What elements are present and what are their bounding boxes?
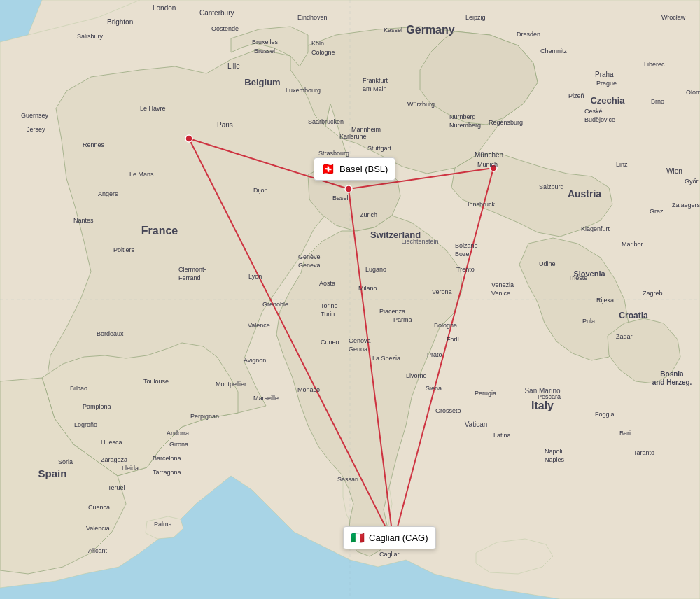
svg-text:Leipzig: Leipzig bbox=[465, 14, 486, 21]
svg-text:am Main: am Main bbox=[363, 85, 387, 92]
swiss-flag-icon: 🇨🇭 bbox=[321, 162, 335, 176]
svg-text:Palma: Palma bbox=[154, 521, 172, 528]
svg-text:Rennes: Rennes bbox=[83, 141, 105, 148]
svg-text:Croatia: Croatia bbox=[619, 311, 648, 320]
svg-text:Livorno: Livorno bbox=[406, 372, 427, 379]
svg-text:Napoli: Napoli bbox=[545, 448, 563, 455]
svg-text:Soria: Soria bbox=[58, 458, 73, 465]
svg-text:Budějovice: Budějovice bbox=[584, 116, 615, 123]
svg-point-8 bbox=[186, 135, 192, 142]
svg-text:Basel: Basel bbox=[332, 195, 349, 202]
svg-text:Mannheim: Mannheim bbox=[351, 126, 381, 133]
svg-text:Strasbourg: Strasbourg bbox=[318, 150, 349, 157]
svg-text:Angers: Angers bbox=[98, 190, 118, 197]
svg-text:Dijon: Dijon bbox=[253, 187, 268, 194]
svg-text:Oostende: Oostende bbox=[211, 25, 239, 32]
svg-text:Torino: Torino bbox=[321, 302, 338, 309]
svg-text:France: France bbox=[141, 225, 178, 237]
svg-text:Wien: Wien bbox=[666, 167, 682, 175]
svg-text:Karlsruhe: Karlsruhe bbox=[340, 133, 367, 140]
svg-text:Trento: Trento bbox=[456, 266, 475, 273]
svg-text:Valencia: Valencia bbox=[86, 525, 110, 532]
svg-text:Bordeaux: Bordeaux bbox=[97, 330, 124, 337]
cagliari-airport-name: Cagliari (CAG) bbox=[369, 533, 428, 543]
svg-text:Montpellier: Montpellier bbox=[216, 381, 246, 388]
svg-text:Toulouse: Toulouse bbox=[144, 378, 169, 385]
svg-text:Cuenca: Cuenca bbox=[88, 504, 110, 511]
svg-text:Prato: Prato bbox=[427, 351, 442, 358]
svg-text:Köln: Köln bbox=[312, 40, 324, 47]
svg-text:Perpignan: Perpignan bbox=[190, 413, 219, 420]
svg-text:Bruxelles: Bruxelles bbox=[252, 38, 279, 45]
svg-text:Poitiers: Poitiers bbox=[113, 246, 135, 253]
svg-text:Eindhoven: Eindhoven bbox=[298, 14, 328, 21]
svg-text:Canterbury: Canterbury bbox=[200, 9, 234, 17]
svg-text:Spain: Spain bbox=[38, 467, 67, 479]
svg-text:Bologna: Bologna bbox=[434, 322, 457, 329]
svg-text:Liberec: Liberec bbox=[644, 61, 665, 68]
svg-text:Genova: Genova bbox=[349, 337, 371, 344]
svg-text:Czechia: Czechia bbox=[590, 95, 625, 106]
svg-text:Zalaegerszeg: Zalaegerszeg bbox=[672, 202, 700, 209]
svg-text:Le Mans: Le Mans bbox=[130, 171, 154, 178]
svg-text:Germany: Germany bbox=[406, 24, 454, 36]
svg-text:Nantes: Nantes bbox=[74, 217, 94, 224]
svg-text:Innsbruck: Innsbruck bbox=[468, 201, 496, 208]
svg-text:Austria: Austria bbox=[568, 188, 601, 199]
svg-text:Linz: Linz bbox=[616, 161, 628, 168]
map-svg: Germany Belgium France Switzerland Austr… bbox=[0, 0, 700, 599]
svg-text:Logroño: Logroño bbox=[74, 421, 97, 428]
svg-text:Bilbao: Bilbao bbox=[70, 385, 88, 392]
svg-text:Alicant: Alicant bbox=[88, 547, 108, 554]
svg-text:Bolzano: Bolzano bbox=[455, 242, 478, 249]
italy-flag-icon: 🇮🇹 bbox=[351, 531, 365, 544]
svg-text:Naples: Naples bbox=[545, 456, 565, 463]
svg-text:Chemnitz: Chemnitz bbox=[540, 48, 568, 55]
basel-airport-label: 🇨🇭 Basel (BSL) bbox=[314, 157, 396, 181]
svg-text:Regensburg: Regensburg bbox=[489, 119, 523, 126]
svg-text:Guernsey: Guernsey bbox=[21, 112, 49, 119]
svg-text:Plzeň: Plzeň bbox=[568, 92, 584, 99]
svg-text:Zaragoza: Zaragoza bbox=[101, 456, 127, 463]
svg-text:Salisbury: Salisbury bbox=[77, 33, 104, 40]
svg-text:Tarragona: Tarragona bbox=[153, 469, 181, 476]
svg-text:Rijeka: Rijeka bbox=[596, 297, 614, 304]
svg-text:Pamplona: Pamplona bbox=[83, 403, 111, 410]
svg-text:Perugia: Perugia bbox=[475, 390, 496, 397]
svg-text:Pula: Pula bbox=[582, 318, 595, 325]
svg-text:Zürich: Zürich bbox=[360, 211, 377, 218]
svg-text:Turin: Turin bbox=[321, 311, 335, 318]
svg-text:Taranto: Taranto bbox=[634, 449, 654, 456]
svg-text:Lyon: Lyon bbox=[248, 273, 262, 280]
svg-text:Genoa: Genoa bbox=[349, 346, 368, 353]
svg-text:Ferrand: Ferrand bbox=[178, 274, 201, 281]
svg-text:Foggia: Foggia bbox=[595, 411, 615, 418]
svg-text:Parma: Parma bbox=[393, 316, 412, 323]
svg-text:Piacenza: Piacenza bbox=[379, 308, 405, 315]
svg-text:Italy: Italy bbox=[531, 400, 554, 411]
svg-text:Siena: Siena bbox=[426, 385, 442, 392]
svg-text:Avignon: Avignon bbox=[244, 357, 266, 364]
svg-text:Monaco: Monaco bbox=[298, 386, 320, 393]
svg-text:Cologne: Cologne bbox=[312, 49, 335, 56]
svg-text:Zagreb: Zagreb bbox=[643, 290, 663, 297]
svg-point-10 bbox=[345, 185, 352, 192]
svg-text:Cagliari: Cagliari bbox=[379, 551, 401, 558]
svg-text:Győr: Győr bbox=[685, 178, 699, 185]
svg-text:Bari: Bari bbox=[620, 430, 631, 437]
svg-text:Praha: Praha bbox=[595, 71, 614, 78]
svg-text:Huesca: Huesca bbox=[101, 439, 122, 446]
svg-text:Bosnia: Bosnia bbox=[660, 370, 684, 378]
svg-text:Grosseto: Grosseto bbox=[435, 407, 461, 414]
map-container: Germany Belgium France Switzerland Austr… bbox=[0, 0, 700, 599]
svg-text:Jersey: Jersey bbox=[27, 126, 46, 133]
svg-text:Kassel: Kassel bbox=[384, 27, 402, 34]
svg-text:Nürnberg: Nürnberg bbox=[449, 113, 476, 120]
svg-text:La Spezia: La Spezia bbox=[372, 355, 400, 362]
svg-text:Saarbrücken: Saarbrücken bbox=[308, 118, 344, 125]
svg-text:Brno: Brno bbox=[651, 98, 664, 105]
svg-text:Wrocław: Wrocław bbox=[662, 14, 686, 21]
svg-text:Maribor: Maribor bbox=[622, 241, 643, 248]
svg-text:and Herzeg.: and Herzeg. bbox=[652, 379, 692, 386]
svg-text:Salzburg: Salzburg bbox=[539, 183, 564, 190]
